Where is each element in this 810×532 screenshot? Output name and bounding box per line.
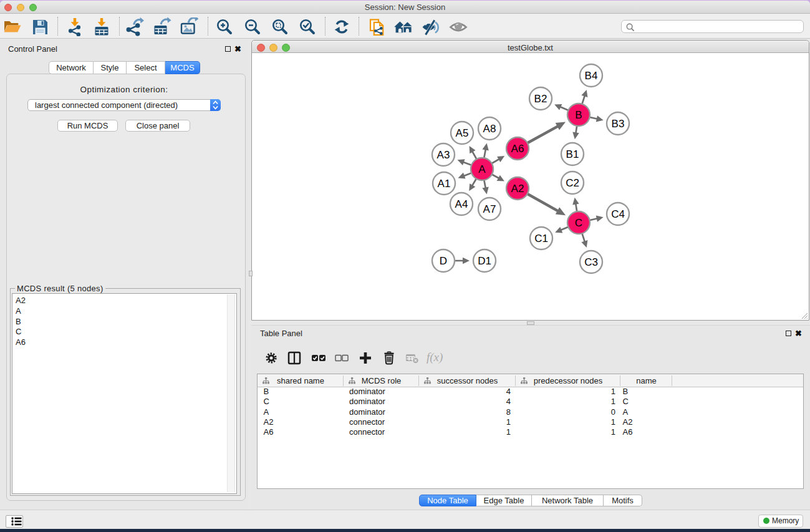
svg-text:C1: C1 xyxy=(534,233,548,244)
svg-text:C4: C4 xyxy=(611,208,625,220)
svg-text:C: C xyxy=(575,217,582,229)
svg-text:C3: C3 xyxy=(584,256,598,268)
svg-text:D: D xyxy=(440,255,447,267)
svg-text:A6: A6 xyxy=(511,143,524,155)
svg-text:D1: D1 xyxy=(478,255,491,267)
svg-text:B1: B1 xyxy=(566,148,579,160)
svg-text:B: B xyxy=(575,109,582,121)
svg-text:A3: A3 xyxy=(437,149,450,161)
svg-text:f(x): f(x) xyxy=(427,351,443,364)
svg-text:A8: A8 xyxy=(483,123,496,135)
svg-text:A2: A2 xyxy=(511,183,524,195)
svg-text:C2: C2 xyxy=(566,177,579,189)
svg-text:A1: A1 xyxy=(438,178,451,190)
svg-text:A4: A4 xyxy=(455,198,468,210)
svg-text:A7: A7 xyxy=(483,203,496,215)
svg-text:B4: B4 xyxy=(585,70,598,82)
svg-text:A: A xyxy=(478,163,486,175)
svg-text:B2: B2 xyxy=(534,93,547,105)
svg-text:A5: A5 xyxy=(456,127,469,139)
svg-text:B3: B3 xyxy=(612,118,625,130)
